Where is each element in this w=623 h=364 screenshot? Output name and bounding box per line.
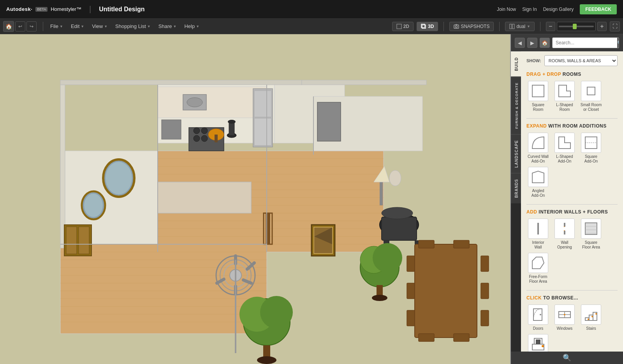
sidebar-search-box[interactable]: 🔍	[552, 37, 619, 48]
square-floor-label: SquareFloor Area	[582, 240, 600, 250]
svg-rect-50	[60, 80, 302, 85]
furnish-decorate-tab[interactable]: FURNISH & DECORATE	[511, 77, 521, 134]
sidebar-zoom[interactable]: 🔍	[511, 352, 623, 364]
3d-view-button[interactable]: 3D	[417, 22, 438, 31]
svg-point-149	[564, 314, 565, 315]
view-menu-arrow: ▼	[104, 24, 107, 28]
show-dropdown[interactable]: ROOMS, WALLS & AREAS FLOOR PLAN 3D VIEW	[544, 55, 618, 66]
shopping-list-menu[interactable]: Shopping List ▼	[112, 22, 154, 31]
small-room-item[interactable]: Small Roomor Closet	[579, 81, 603, 112]
brands-tab[interactable]: BRANDS	[511, 173, 521, 203]
sidebar-zoom-icon[interactable]: 🔍	[563, 354, 571, 362]
square-floor-icon	[581, 219, 601, 239]
landscape-tab[interactable]: LANDSCAPE	[511, 134, 521, 173]
zoom-thumb[interactable]	[573, 24, 577, 29]
menu-bar: 🏠 ↩ ↪ File ▼ Edit ▼ View ▼ Shopping List…	[0, 19, 623, 34]
svg-rect-122	[317, 102, 341, 141]
divider-2	[526, 204, 618, 205]
sidebar-forward-button[interactable]: ▶	[527, 38, 537, 48]
toolbar-icons: 🏠 ↩ ↪	[3, 21, 37, 32]
svg-rect-158	[536, 340, 540, 344]
build-tab[interactable]: BUILD	[511, 51, 521, 77]
fireplaces-item[interactable]: Fireplaces	[526, 334, 550, 352]
svg-point-71	[228, 120, 236, 124]
freeform-floor-item[interactable]: Free-FormFloor Area	[526, 253, 550, 284]
join-now-link[interactable]: Join Now	[497, 7, 516, 12]
divider-3	[526, 290, 618, 290]
svg-rect-68	[158, 182, 251, 213]
svg-rect-90	[407, 283, 415, 299]
svg-rect-86	[454, 240, 469, 248]
windows-item[interactable]: Windows	[553, 304, 576, 331]
svg-point-153	[588, 318, 589, 320]
l-add-item[interactable]: L-ShapedAdd-On	[553, 133, 576, 164]
svg-point-121	[389, 170, 401, 186]
sidebar-search-button[interactable]: 🔍	[617, 37, 619, 48]
svg-rect-134	[537, 223, 539, 234]
svg-rect-127	[532, 85, 544, 97]
svg-rect-78	[382, 217, 417, 240]
beta-badge: BETA	[35, 7, 48, 12]
design-gallery-link[interactable]: Design Gallery	[543, 7, 574, 12]
svg-rect-88	[454, 334, 469, 341]
svg-rect-59	[158, 87, 267, 118]
wall-opening-item[interactable]: WallOpening	[553, 219, 576, 250]
expand-rooms-header: EXPAND WITH ROOM ADDITIONS	[526, 123, 618, 129]
browse-grid: Doors Windows	[526, 304, 618, 352]
zoom-in-button[interactable]: +	[597, 22, 607, 31]
freeform-floor-icon	[528, 253, 548, 273]
svg-rect-57	[66, 227, 77, 254]
sidebar-back-button[interactable]: ◀	[515, 38, 525, 48]
svg-point-102	[260, 296, 293, 329]
svg-rect-70	[229, 122, 234, 135]
zoom-slider[interactable]	[557, 22, 596, 31]
click-browse-header: CLICK TO BROWSE...	[526, 295, 618, 301]
edit-menu[interactable]: Edit ▼	[68, 22, 87, 31]
svg-rect-91	[407, 310, 415, 326]
angled-add-item[interactable]: AngledAdd-On	[526, 167, 550, 198]
square-floor-item[interactable]: SquareFloor Area	[579, 219, 603, 250]
svg-rect-82	[380, 182, 383, 205]
svg-rect-62	[254, 118, 271, 145]
doors-item[interactable]: Doors	[526, 304, 550, 331]
dual-icon	[509, 24, 515, 29]
build-panel: SHOW: ROOMS, WALLS & AREAS FLOOR PLAN 3D…	[521, 51, 623, 352]
rooms-grid: SquareRoom L-ShapedRoom	[526, 81, 618, 112]
home-button[interactable]: 🏠	[3, 21, 14, 32]
dual-view-button[interactable]: dual ▼	[505, 22, 535, 31]
2d-icon	[396, 24, 402, 29]
snapshots-button[interactable]: SNAPSHOTS	[449, 22, 494, 31]
curved-wall-icon	[528, 133, 548, 153]
square-add-item[interactable]: SquareAdd-On	[579, 133, 603, 164]
2d-view-button[interactable]: 2D	[392, 22, 414, 31]
view-menu[interactable]: View ▼	[89, 22, 111, 31]
svg-point-154	[591, 316, 593, 317]
undo-button[interactable]: ↩	[15, 21, 25, 32]
stairs-item[interactable]: Stairs	[579, 304, 603, 331]
interior-wall-item[interactable]: InteriorWall	[526, 219, 550, 250]
show-label: SHOW:	[526, 58, 541, 63]
small-room-icon	[581, 81, 601, 101]
square-room-label: SquareRoom	[532, 103, 544, 112]
svg-rect-73	[215, 135, 218, 142]
svg-point-76	[187, 98, 202, 107]
zoom-out-button[interactable]: −	[546, 22, 555, 31]
sidebar-search-input[interactable]	[553, 40, 617, 46]
fullscreen-button[interactable]: ⛶	[610, 21, 620, 32]
design-title[interactable]: Untitled Design	[99, 6, 144, 13]
angled-add-icon	[528, 167, 548, 187]
help-menu[interactable]: Help ▼	[181, 22, 202, 31]
l-shaped-room-item[interactable]: L-ShapedRoom	[553, 81, 576, 112]
square-room-item[interactable]: SquareRoom	[526, 81, 550, 112]
share-menu[interactable]: Share ▼	[155, 22, 180, 31]
viewport[interactable]: ↺ ▲ ▼ ◀ ▶ ↻	[0, 34, 510, 364]
interior-wall-icon	[528, 219, 548, 239]
feedback-button[interactable]: FEEDBACK	[580, 4, 617, 14]
svg-marker-143	[532, 257, 544, 269]
curved-wall-item[interactable]: Curved WallAdd-On	[526, 133, 550, 164]
redo-button[interactable]: ↪	[26, 21, 37, 32]
file-menu[interactable]: File ▼	[47, 22, 66, 31]
svg-point-65	[201, 128, 208, 134]
sign-in-link[interactable]: Sign In	[522, 7, 537, 12]
sidebar-home-button[interactable]: 🏠	[540, 38, 550, 48]
